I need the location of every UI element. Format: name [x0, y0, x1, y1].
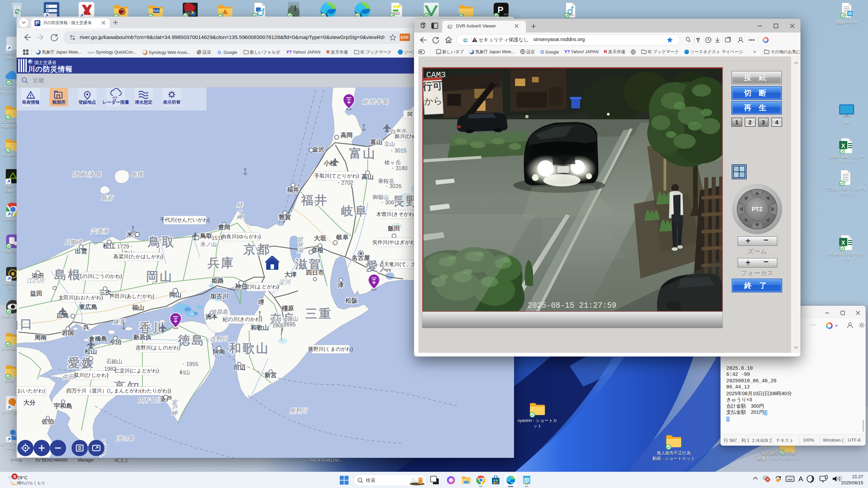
svg-text:淀川: 淀川 [279, 279, 291, 285]
svg-text:20: 20 [7, 286, 12, 291]
svg-text:千代川(せんだいがわ): 千代川(せんだいがわ) [160, 217, 210, 223]
svg-text:剣山: 剣山 [179, 369, 190, 375]
svg-text:無人販売不正行為: 無人販売不正行為 [657, 451, 691, 455]
svg-text:高岡: 高岡 [340, 132, 353, 139]
svg-text:3: 3 [762, 119, 765, 126]
svg-text:太田川(おおたがわ): 太田川(おおたがわ) [58, 294, 103, 300]
svg-text:岬: 岬 [172, 410, 178, 416]
svg-text:9: 9 [13, 474, 16, 479]
svg-text:堺: 堺 [258, 299, 264, 306]
svg-text:Manager: Manager [78, 458, 94, 463]
svg-text:熊野川: 熊野川 [290, 408, 308, 414]
svg-text:日御碕: 日御碕 [64, 239, 82, 245]
svg-text:浸水想定: 浸水想定 [135, 100, 153, 105]
svg-text:PC: PC [844, 120, 850, 125]
svg-text:トカット: トカット [838, 159, 855, 164]
svg-text:PACIFICA612VI...: PACIFICA612VI... [310, 458, 342, 463]
svg-text:カット: カット [841, 191, 853, 196]
svg-text:1729・: 1729・ [117, 244, 135, 249]
svg-text:木曽川(きそがわ): 木曽川(きそがわ) [376, 211, 416, 217]
svg-text:−: − [763, 257, 768, 267]
svg-text:金沢: 金沢 [312, 146, 325, 153]
svg-text:沖の島: 沖の島 [116, 435, 134, 442]
svg-text:四万十川: 四万十川 [138, 397, 161, 404]
svg-text:富山: 富山 [370, 139, 382, 145]
svg-text:由良川(ゆらがわ): 由良川(ゆらがわ) [221, 233, 261, 239]
svg-text:・3026: ・3026 [384, 183, 401, 189]
svg-text:津: 津 [337, 282, 344, 288]
svg-text:芦田川(あしだがわ): 芦田川(あしだがわ) [110, 293, 154, 299]
svg-text:経: 経 [237, 202, 243, 208]
svg-text:XV BENCHMARK: XV BENCHMARK [35, 458, 68, 463]
svg-text:ット: ット [533, 424, 542, 428]
svg-text:・1800: ・1800 [267, 323, 284, 328]
svg-text:吉野川: 吉野川 [210, 336, 228, 342]
svg-text:淀川(よどがわ): 淀川(よどがわ) [244, 284, 279, 289]
svg-text:P: P [497, 5, 503, 15]
svg-text:紀の川(きのかわ): 紀の川(きのかわ) [223, 316, 262, 322]
svg-text:27e456c: 27e456c [2, 346, 17, 351]
svg-text:江の川: 江の川 [26, 278, 44, 284]
svg-text:Insta36: Insta36 [3, 281, 16, 286]
svg-text:和歌山: 和歌山 [250, 324, 269, 331]
svg-text:関: 関 [408, 111, 413, 117]
svg-text:松山: 松山 [84, 348, 97, 355]
svg-text:GeF: GeF [5, 184, 13, 188]
svg-text:ズーム: ズーム [747, 248, 767, 255]
svg-text:鳥取: 鳥取 [200, 232, 213, 239]
svg-text:17cce50: 17cce50 [2, 152, 17, 157]
svg-text:2: 2 [748, 119, 751, 126]
svg-text:・1955: ・1955 [181, 361, 198, 367]
svg-text:加古川: 加古川 [210, 293, 229, 300]
svg-text:Logi O: Logi O [3, 249, 15, 253]
svg-text:+: + [746, 236, 750, 245]
svg-text:周南: 周南 [34, 334, 47, 341]
svg-text:高梁川(たかはしがわ): 高梁川(たかはしがわ) [113, 253, 163, 259]
svg-text:発表情報: 発表情報 [22, 100, 40, 105]
svg-text:−: − [763, 235, 768, 245]
svg-text:徳島: 徳島 [178, 333, 205, 347]
svg-text:兵庫: 兵庫 [207, 256, 235, 270]
svg-text:CMS - シ: CMS - シ [1, 314, 18, 319]
svg-text:画像 - ショートカット: 画像 - ショートカット [757, 456, 799, 461]
svg-text:熊野川(くまのがわ): 熊野川(くまのがわ) [308, 346, 353, 352]
svg-text:大台ヶ原山: 大台ヶ原山 [271, 316, 298, 322]
svg-text:益田: 益田 [30, 290, 42, 297]
svg-text:から: から [424, 96, 442, 107]
svg-text:G: G [218, 50, 221, 55]
svg-text:鳥取: 鳥取 [147, 235, 175, 249]
svg-text:氷ノ山: 氷ノ山 [200, 241, 217, 247]
svg-text:・3015: ・3015 [389, 148, 407, 154]
svg-text:A: A [798, 475, 803, 483]
svg-text:呉: 呉 [83, 324, 89, 330]
svg-text:2025+.xlsx - ショー: 2025+.xlsx - ショー [829, 155, 865, 159]
svg-text:福井: 福井 [287, 186, 299, 193]
svg-text:2025-08-15 21:27:59: 2025-08-15 21:27:59 [528, 301, 616, 310]
svg-text:・3067: ・3067 [379, 200, 397, 205]
svg-text:エアステ-: エアステ- [0, 442, 18, 447]
svg-text:姫路: 姫路 [211, 277, 224, 284]
svg-text:CAM3: CAM3 [426, 70, 446, 80]
svg-text:能登半島: 能登半島 [362, 99, 390, 105]
svg-text:岐阜: 岐阜 [336, 234, 349, 241]
svg-text:無人販売不正行為: 無人販売不正行為 [761, 451, 795, 455]
svg-text:万引きメモ - ショート: 万引きメモ - ショート [826, 187, 867, 191]
svg-text:福山: 福山 [132, 304, 144, 311]
svg-text:京都: 京都 [243, 242, 271, 256]
svg-text:Google: Google [3, 217, 16, 222]
svg-text:福井: 福井 [300, 193, 328, 207]
svg-text:大津: 大津 [284, 271, 297, 278]
svg-text:フォーカス: フォーカス [741, 269, 774, 277]
svg-text:湖: 湖 [297, 247, 304, 254]
svg-text:岡山: 岡山 [146, 269, 173, 283]
svg-text:宍道湖: 宍道湖 [91, 228, 109, 235]
svg-text:切 断: 切 断 [744, 89, 769, 97]
svg-text:ツール: ツール [3, 447, 16, 451]
svg-text:和歌山: 和歌山 [229, 341, 270, 355]
svg-text:行可: 行可 [423, 80, 443, 92]
svg-text:四万十川（渡川）(しまんとがわ(わたりがわ)): 四万十川（渡川）(しまんとがわ(わたりがわ)) [66, 388, 171, 393]
svg-text:v2_2_1: v2_2_1 [114, 458, 128, 463]
svg-text:島前: 島前 [101, 195, 114, 201]
svg-text:橿原: 橿原 [281, 305, 294, 312]
svg-text:石鎚山: 石鎚山 [106, 359, 122, 364]
